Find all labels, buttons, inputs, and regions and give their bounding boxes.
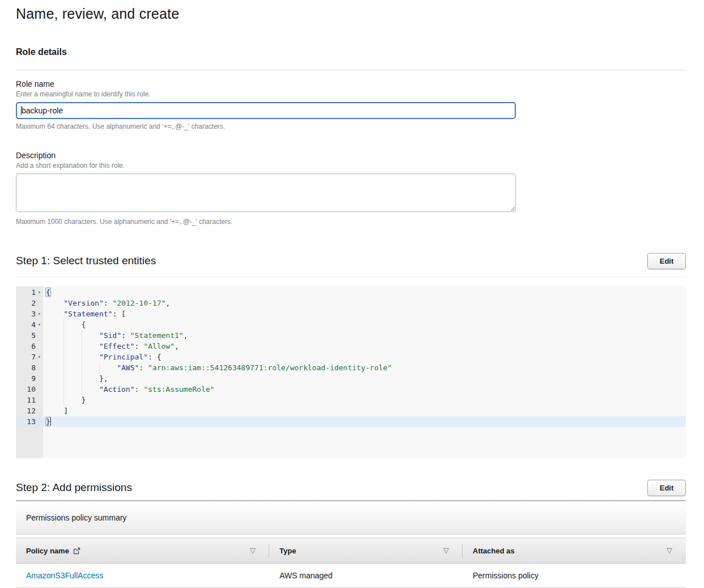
- json-key: "Effect": [99, 342, 135, 350]
- line-number: 10: [16, 384, 43, 395]
- json-punctuation: :: [139, 363, 148, 372]
- line-number: 7▾: [16, 352, 43, 362]
- code-text: "Version": "2012-10-17",: [43, 298, 686, 308]
- editor-cursor: [50, 417, 51, 425]
- code-line[interactable]: 4▾{: [16, 319, 686, 330]
- json-key: "Version": [63, 299, 103, 307]
- indent-guide: [46, 384, 63, 395]
- code-line[interactable]: 9},: [16, 373, 686, 384]
- description-field: Description Add a short explanation for …: [16, 151, 686, 226]
- code-text: },: [43, 373, 686, 384]
- json-punctuation: {: [45, 287, 51, 297]
- fold-caret-icon[interactable]: ▾: [36, 319, 43, 330]
- indent-guide: [63, 373, 81, 384]
- json-key: "Statement": [63, 310, 112, 318]
- policy-name-link[interactable]: AmazonS3FullAccess: [26, 571, 103, 580]
- line-number: 3▾: [16, 308, 43, 319]
- code-line[interactable]: 1▾{: [16, 287, 686, 298]
- indent-guide: [46, 395, 63, 405]
- editor-lines: 1▾{2"Version": "2012-10-17",3▾"Statement…: [16, 286, 686, 427]
- json-punctuation: }: [82, 396, 86, 404]
- line-number: 5: [16, 330, 43, 341]
- line-number: 9: [16, 373, 43, 384]
- code-line[interactable]: 10"Action": "sts:AssumeRole": [16, 384, 686, 395]
- step2-edit-button[interactable]: Edit: [647, 480, 686, 496]
- indent-guide: [63, 330, 81, 341]
- json-punctuation: ]: [63, 407, 68, 415]
- trust-policy-editor[interactable]: 1▾{2"Version": "2012-10-17",3▾"Statement…: [16, 286, 686, 458]
- column-header-policy-name[interactable]: Policy name ▽: [16, 538, 269, 564]
- json-key: "AWS": [117, 363, 139, 372]
- code-line[interactable]: 11}: [16, 395, 686, 405]
- indent-guide: [82, 362, 99, 373]
- code-line[interactable]: 6"Effect": "Allow",: [16, 341, 686, 352]
- line-number: 8: [16, 362, 43, 373]
- indent-guide: [46, 319, 63, 330]
- filter-icon[interactable]: ▽: [667, 538, 672, 564]
- description-help: Add a short explanation for this role.: [16, 162, 686, 170]
- json-key: "Sid": [99, 331, 121, 340]
- policy-name-cell: AmazonS3FullAccess: [16, 571, 269, 580]
- column-label: Type: [279, 547, 296, 555]
- fold-caret-icon[interactable]: ▾: [36, 352, 43, 362]
- code-line[interactable]: 12]: [16, 405, 686, 416]
- code-text: }: [43, 395, 686, 405]
- indent-guide: [46, 298, 63, 308]
- indent-guide: [82, 330, 99, 341]
- filter-icon[interactable]: ▽: [443, 538, 449, 564]
- indent-guide: [63, 341, 81, 352]
- attached-as-cell: Permissions policy: [463, 571, 686, 580]
- permissions-table: Policy name ▽ Type ▽ Att: [16, 538, 686, 588]
- description-constraint: Maximum 1000 characters. Use alphanumeri…: [16, 218, 686, 226]
- json-value: "arn:aws:iam::541263489771:role/workload…: [148, 363, 392, 372]
- indent-guide: [63, 384, 81, 395]
- role-name-input[interactable]: [16, 102, 516, 119]
- step1-edit-button[interactable]: Edit: [647, 253, 686, 269]
- external-link-icon: [73, 547, 80, 555]
- json-punctuation: },: [99, 374, 108, 383]
- code-line[interactable]: 8"AWS": "arn:aws:iam::541263489771:role/…: [16, 362, 686, 373]
- step1-heading: Step 1: Select trusted entities: [16, 253, 686, 267]
- role-name-field: Role name Enter a meaningful name to ide…: [16, 79, 686, 130]
- panel-title: Permissions policy summary: [26, 513, 126, 522]
- code-text: "Action": "sts:AssumeRole": [43, 384, 686, 395]
- indent-guide: [46, 405, 63, 416]
- indent-guide: [82, 341, 99, 352]
- column-header-attached-as[interactable]: Attached as ▽: [463, 538, 686, 564]
- code-text: "Principal": {: [43, 352, 686, 362]
- create-role-review-page: Name, review, and create Role details Ro…: [0, 0, 704, 588]
- json-punctuation: :: [104, 299, 113, 307]
- indent-guide: [82, 352, 99, 362]
- permissions-summary-panel: Permissions policy summary: [16, 501, 686, 535]
- indent-guide: [63, 352, 81, 362]
- column-label: Policy name: [26, 547, 69, 555]
- column-header-type[interactable]: Type ▽: [269, 538, 463, 564]
- indent-guide: [82, 373, 99, 384]
- table-header: Policy name ▽ Type ▽ Att: [16, 538, 686, 564]
- code-text: "Statement": [: [43, 308, 686, 319]
- filter-icon[interactable]: ▽: [250, 538, 256, 564]
- json-value: "2012-10-17": [112, 299, 166, 307]
- code-line[interactable]: 3▾"Statement": [: [16, 308, 686, 319]
- indent-guide: [99, 362, 117, 373]
- json-punctuation: ,: [184, 331, 188, 340]
- line-number: 6: [16, 341, 43, 352]
- indent-guide: [46, 352, 63, 362]
- line-number: 13: [16, 416, 43, 427]
- fold-caret-icon[interactable]: ▾: [36, 287, 43, 298]
- json-punctuation: :: [121, 331, 130, 340]
- step1-divider: [16, 277, 686, 277]
- json-punctuation: : [: [112, 310, 125, 318]
- code-line[interactable]: 7▾"Principal": {: [16, 352, 686, 362]
- fold-caret-icon[interactable]: ▾: [36, 308, 43, 319]
- role-name-label: Role name: [16, 79, 686, 88]
- code-line[interactable]: 13}: [16, 416, 686, 427]
- description-textarea[interactable]: [16, 174, 516, 212]
- json-punctuation: ,: [166, 299, 170, 307]
- indent-guide: [46, 341, 63, 352]
- json-punctuation: :: [135, 342, 144, 350]
- code-line[interactable]: 5"Sid": "Statement1",: [16, 330, 686, 341]
- code-text: {: [43, 287, 686, 298]
- code-line[interactable]: 2"Version": "2012-10-17",: [16, 298, 686, 308]
- indent-guide: [63, 395, 81, 405]
